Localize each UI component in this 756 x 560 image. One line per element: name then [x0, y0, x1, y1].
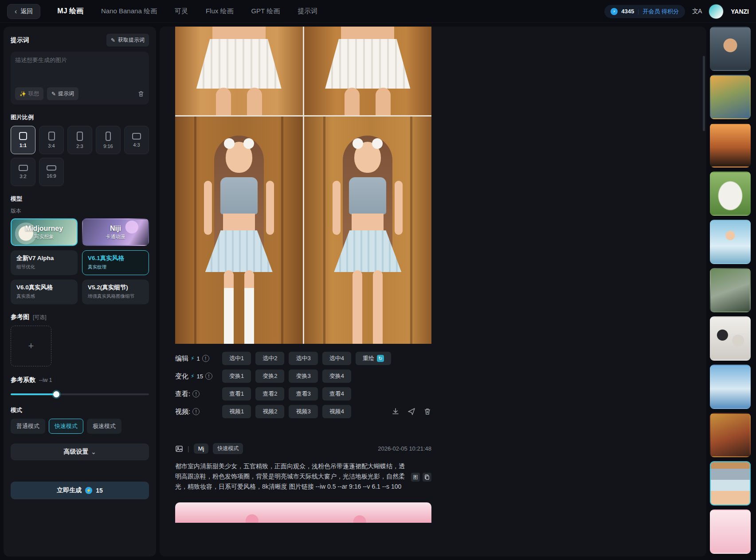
advanced-settings-label: 高级设置: [64, 448, 89, 456]
ratio-1-1-icon: [19, 132, 27, 140]
reference-weight-slider[interactable]: [11, 391, 149, 397]
history-thumbnail-white-sneaker[interactable]: [710, 171, 751, 216]
nav-keling[interactable]: 可灵: [175, 7, 188, 16]
ratio-label: 3:2: [20, 174, 26, 179]
video-3-button[interactable]: 视频3: [289, 405, 317, 418]
generate-button[interactable]: 立即生成 ⚡ 15: [11, 482, 149, 499]
mode-fast[interactable]: 快速模式: [49, 419, 83, 434]
prompt-input[interactable]: [15, 56, 145, 82]
select-2-button[interactable]: 选中2: [255, 352, 284, 365]
associate-button[interactable]: ✨ 联想: [15, 87, 43, 100]
ratio-1-1[interactable]: 1:1: [11, 126, 35, 154]
history-thumbnail-armor-character[interactable]: [710, 413, 751, 457]
history-thumbnail-anime-girl[interactable]: [710, 220, 751, 264]
video-1-button[interactable]: 视频1: [222, 405, 251, 418]
info-icon[interactable]: !: [205, 373, 212, 380]
image-cell-1[interactable]: [175, 27, 303, 115]
reference-upload-box[interactable]: +: [11, 326, 51, 366]
history-thumbnail-sunset-landscape[interactable]: [710, 123, 751, 167]
version-name: V6.1真实风格: [88, 254, 143, 262]
model-name: Niji: [110, 225, 121, 233]
ratio-9-16[interactable]: 9:16: [96, 126, 121, 154]
view-1-button[interactable]: 查看1: [222, 387, 251, 401]
history-thumbnail-current-selected[interactable]: [710, 461, 751, 506]
mode-normal[interactable]: 普通模式: [11, 419, 45, 434]
version-grid: 全新V7 Alpha 细节优化 V6.1真实风格 真实纹理 V6.0真实风格 真…: [11, 250, 149, 304]
view-2-button[interactable]: 查看2: [255, 387, 284, 401]
nav-gpt[interactable]: GPT 绘画: [251, 7, 280, 16]
image-cell-4[interactable]: [304, 117, 432, 344]
model-badge[interactable]: Mj: [194, 443, 209, 454]
ratio-label: 4:3: [133, 142, 140, 148]
ratio-2-3[interactable]: 2:3: [67, 126, 92, 154]
trash-icon[interactable]: [423, 408, 431, 416]
nav-mj-draw[interactable]: MJ 绘画: [57, 7, 83, 16]
vary-4-button[interactable]: 变换4: [322, 369, 351, 383]
nav-flux[interactable]: Flux 绘画: [206, 7, 234, 16]
credits-pill[interactable]: ⚡ 4345 | 开会员 得积分: [604, 5, 685, 18]
navbar-right: ⚡ 4345 | 开会员 得积分 文A YANZI: [604, 4, 749, 19]
vary-3-button[interactable]: 变换3: [289, 369, 317, 383]
history-thumbnail-forest-stream[interactable]: [710, 268, 751, 312]
ratio-4-3[interactable]: 4:3: [124, 126, 149, 154]
vary-1-button[interactable]: 变换1: [222, 369, 251, 383]
view-4-button[interactable]: 查看4: [322, 387, 351, 401]
figure-illustration: [188, 27, 290, 115]
redraw-button[interactable]: 重绘 ↻: [356, 352, 391, 365]
copy-icon[interactable]: [423, 473, 431, 482]
main-content: 编辑 ⚡ 1 ! 选中1 选中2 选中3 选中4 重绘 ↻: [160, 27, 706, 556]
history-thumbnail-shoes[interactable]: [710, 316, 751, 361]
nav-nano-banana[interactable]: Nano Banana 绘画: [101, 7, 157, 16]
next-generation-image[interactable]: [175, 502, 431, 523]
version-desc: 增强真实风格图像细节: [88, 293, 143, 299]
version-v6-1[interactable]: V6.1真实风格 真实纹理: [82, 250, 149, 275]
prompt-input-box: ✨ 联想 ✎ 提示词: [11, 52, 149, 105]
version-v7-alpha[interactable]: 全新V7 Alpha 细节优化: [11, 250, 78, 275]
history-thumbnail-male-portrait[interactable]: [710, 27, 751, 71]
back-button[interactable]: ‹ 返回: [7, 4, 40, 19]
prompt-helper-button[interactable]: ✎ 提示词: [47, 87, 78, 100]
nav-prompts[interactable]: 提示词: [298, 7, 317, 16]
scrollbar[interactable]: [703, 56, 705, 556]
vip-link[interactable]: 开会员 得积分: [642, 8, 679, 16]
slider-thumb[interactable]: [53, 391, 59, 397]
mode-row: 普通模式 快速模式 极速模式: [11, 419, 149, 434]
history-thumbnail-lake-sky[interactable]: [710, 365, 751, 409]
history-thumbnail-pink-girls[interactable]: [710, 509, 751, 554]
scrollbar-thumb[interactable]: [703, 56, 705, 131]
vary-2-button[interactable]: 变换2: [255, 369, 284, 383]
info-icon[interactable]: !: [202, 355, 209, 362]
advanced-settings-button[interactable]: 高级设置 ⌄: [11, 443, 149, 460]
version-v5-2[interactable]: V5.2(真实细节) 增强真实风格图像细节: [82, 280, 149, 304]
ratio-4-3-icon: [132, 133, 141, 140]
download-icon[interactable]: [392, 408, 400, 416]
ratio-3-2[interactable]: 3:2: [11, 158, 35, 186]
ratio-16-9[interactable]: 16:9: [39, 158, 64, 186]
select-4-button[interactable]: 选中4: [322, 352, 351, 365]
mode-section-title: 模式: [11, 406, 149, 414]
generated-image-grid[interactable]: [175, 27, 431, 344]
send-icon[interactable]: [407, 408, 415, 416]
select-1-button[interactable]: 选中1: [222, 352, 251, 365]
image-cell-3[interactable]: [175, 117, 303, 344]
image-cell-2[interactable]: [304, 27, 432, 115]
ratio-3-4[interactable]: 3:4: [39, 126, 64, 154]
mode-badge[interactable]: 快速模式: [213, 443, 243, 454]
history-thumbnail-fantasy-characters[interactable]: [710, 75, 751, 119]
video-2-button[interactable]: 视频2: [255, 405, 284, 418]
image-link-badge[interactable]: 图: [411, 473, 420, 482]
info-icon[interactable]: !: [192, 390, 200, 397]
model-desc: 卡通动漫: [106, 233, 125, 240]
model-niji[interactable]: Niji 卡通动漫: [82, 218, 149, 246]
get-prompt-button[interactable]: ✎ 获取提示词: [106, 34, 149, 47]
view-3-button[interactable]: 查看3: [289, 387, 317, 401]
clear-prompt-button[interactable]: [137, 90, 145, 97]
select-3-button[interactable]: 选中3: [289, 352, 317, 365]
video-4-button[interactable]: 视频4: [322, 405, 351, 418]
mode-turbo[interactable]: 极速模式: [87, 419, 121, 434]
translate-icon[interactable]: 文A: [692, 8, 701, 16]
version-v6-0[interactable]: V6.0真实风格 真实质感: [11, 280, 78, 304]
info-icon[interactable]: !: [192, 408, 200, 415]
avatar[interactable]: [709, 4, 724, 19]
model-midjourney[interactable]: Midjourney 写实想象: [11, 218, 78, 246]
